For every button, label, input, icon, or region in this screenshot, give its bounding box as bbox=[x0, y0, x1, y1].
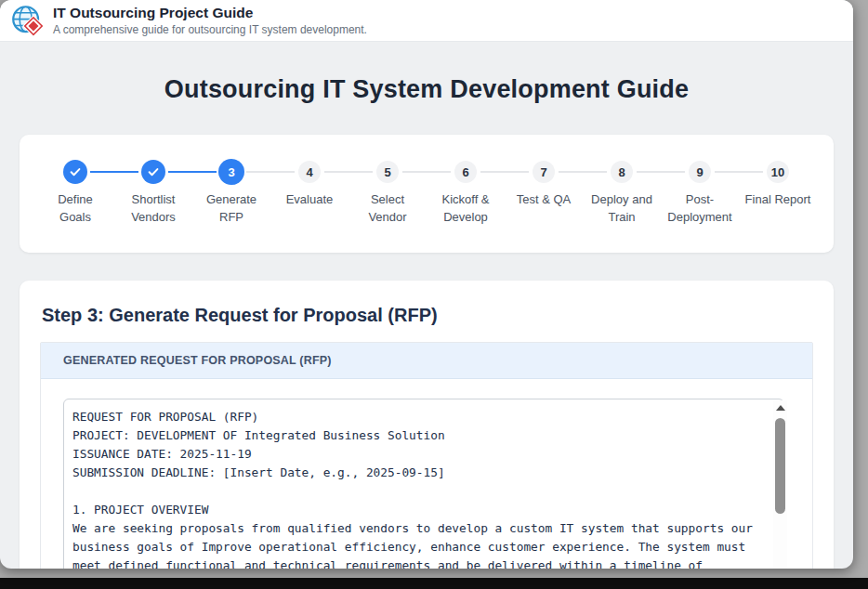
step-circle-row: 3 bbox=[218, 159, 244, 185]
textarea-scrollbar[interactable] bbox=[773, 400, 787, 569]
step-number[interactable]: 3 bbox=[218, 159, 244, 185]
step-number[interactable]: 8 bbox=[611, 161, 633, 183]
step-circle-row: 8 bbox=[611, 159, 633, 185]
stepper-step-9[interactable]: 9Post-Deployment bbox=[661, 159, 739, 227]
step-circle-row: 4 bbox=[298, 159, 321, 185]
step-circle-row bbox=[63, 159, 87, 185]
stepper-card: Define GoalsShortlist Vendors3Generate R… bbox=[20, 135, 834, 253]
step-label: Post-Deployment bbox=[666, 191, 733, 227]
app-window: IT Outsourcing Project Guide A comprehen… bbox=[0, 0, 853, 569]
step-label: Final Report bbox=[745, 191, 811, 209]
globe-diamond-logo-icon bbox=[10, 4, 45, 38]
step-circle-row: 7 bbox=[533, 159, 555, 185]
stepper-step-3[interactable]: 3Generate RFP bbox=[192, 159, 270, 227]
stepper-steps: Define GoalsShortlist Vendors3Generate R… bbox=[36, 159, 817, 227]
app-subtitle: A comprehensive guide for outsourcing IT… bbox=[53, 23, 367, 36]
app-header: IT Outsourcing Project Guide A comprehen… bbox=[0, 0, 853, 42]
step-number[interactable]: 7 bbox=[533, 161, 555, 183]
step-label: Shortlist Vendors bbox=[120, 191, 187, 227]
step-number[interactable]: 10 bbox=[767, 161, 789, 183]
stepper-step-10[interactable]: 10Final Report bbox=[739, 159, 817, 227]
rfp-textarea-wrap: REQUEST FOR PROPOSAL (RFP) PROJECT: DEVE… bbox=[63, 399, 790, 569]
step-circle-row: 6 bbox=[454, 159, 477, 185]
step-check-icon[interactable] bbox=[141, 160, 165, 184]
stepper-step-2[interactable]: Shortlist Vendors bbox=[114, 159, 192, 227]
stepper-step-7[interactable]: 7Test & QA bbox=[505, 159, 583, 227]
step-check-icon[interactable] bbox=[63, 160, 87, 184]
step-heading: Step 3: Generate Request for Proposal (R… bbox=[42, 305, 813, 326]
desktop-background-strip bbox=[0, 578, 868, 589]
rfp-panel-title: GENERATED REQUEST FOR PROPOSAL (RFP) bbox=[41, 343, 812, 379]
step-label: Select Vendor bbox=[354, 191, 421, 227]
step-label: Define Goals bbox=[42, 191, 109, 227]
scrollbar-thumb[interactable] bbox=[775, 418, 785, 514]
step-label: Kickoff & Develop bbox=[432, 191, 499, 227]
step-number[interactable]: 6 bbox=[454, 161, 477, 183]
step-number[interactable]: 5 bbox=[376, 161, 399, 183]
scroll-up-arrow-icon[interactable] bbox=[776, 405, 785, 411]
step-number[interactable]: 9 bbox=[689, 161, 711, 183]
rfp-textarea[interactable]: REQUEST FOR PROPOSAL (RFP) PROJECT: DEVE… bbox=[63, 399, 784, 569]
rfp-panel: GENERATED REQUEST FOR PROPOSAL (RFP) REQ… bbox=[40, 342, 813, 569]
step-circle-row: 5 bbox=[376, 159, 399, 185]
page-title: Outsourcing IT System Development Guide bbox=[0, 75, 853, 104]
stepper-step-6[interactable]: 6Kickoff & Develop bbox=[427, 159, 505, 227]
step-label: Evaluate bbox=[286, 191, 334, 209]
step-circle-row: 10 bbox=[767, 159, 789, 185]
step-content-card: Step 3: Generate Request for Proposal (R… bbox=[20, 281, 834, 569]
stepper-step-1[interactable]: Define Goals bbox=[36, 159, 114, 227]
step-number[interactable]: 4 bbox=[298, 161, 321, 183]
stepper-step-5[interactable]: 5Select Vendor bbox=[349, 159, 427, 227]
rfp-panel-body: REQUEST FOR PROPOSAL (RFP) PROJECT: DEVE… bbox=[41, 379, 812, 569]
step-label: Generate RFP bbox=[198, 191, 265, 227]
step-label: Test & QA bbox=[517, 191, 572, 209]
stepper-step-8[interactable]: 8Deploy and Train bbox=[583, 159, 661, 227]
app-title: IT Outsourcing Project Guide bbox=[53, 5, 367, 22]
step-circle-row: 9 bbox=[689, 159, 711, 185]
stepper-step-4[interactable]: 4Evaluate bbox=[270, 159, 349, 227]
step-label: Deploy and Train bbox=[588, 191, 655, 227]
step-circle-row bbox=[141, 159, 165, 185]
